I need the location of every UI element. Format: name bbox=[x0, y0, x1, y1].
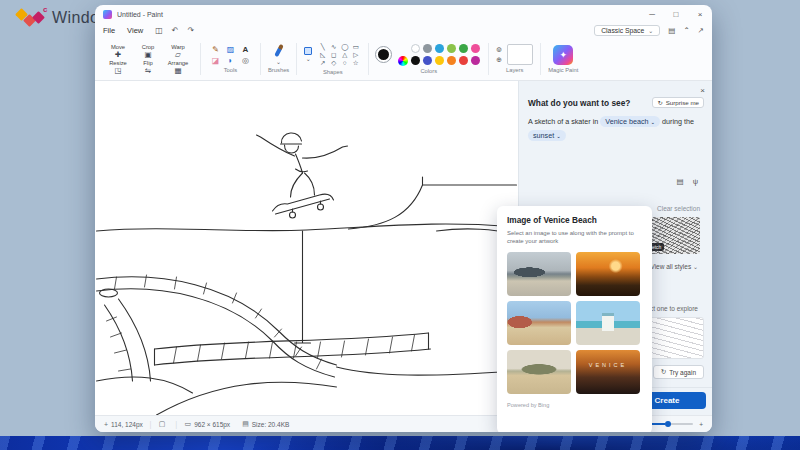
color-swatch-indigo[interactable] bbox=[423, 56, 432, 65]
drawing-canvas[interactable] bbox=[95, 81, 518, 415]
menu-view[interactable]: View bbox=[127, 26, 143, 35]
time-dropdown-chip[interactable]: sunset ⌄ bbox=[528, 130, 566, 141]
brush-icon bbox=[274, 44, 284, 57]
color-swatch-green[interactable] bbox=[459, 44, 468, 53]
shape-gallery: ╲ ∿ ◯ ▭ ◺ ◻ △ ▷ ↗ ◇ ○ ☆ bbox=[317, 43, 361, 67]
skater-sketch bbox=[95, 81, 518, 415]
shape-diamond-icon[interactable]: ◇ bbox=[328, 59, 339, 67]
paint-app-icon bbox=[103, 10, 112, 19]
zoom-slider-thumb[interactable] bbox=[665, 421, 671, 427]
menu-bar: File View ◫ ↶ ↷ Classic Space ⌄ ▤ ⌃ ↗ bbox=[95, 23, 712, 37]
arrange-tool[interactable]: Arrange ▦ bbox=[163, 60, 193, 74]
zoom-in-button[interactable]: + bbox=[699, 421, 703, 428]
toolbar-separator bbox=[296, 43, 297, 75]
close-panel-icon[interactable]: × bbox=[700, 86, 705, 95]
color-swatch-magenta[interactable] bbox=[471, 56, 480, 65]
shape-rounded-rect-icon[interactable]: ◻ bbox=[328, 51, 339, 59]
flip-tool[interactable]: Flip ⇋ bbox=[133, 60, 163, 74]
share-icon[interactable]: ↗ bbox=[698, 26, 704, 35]
desktop-background: c Windows Central Untitled - Paint ─ □ ×… bbox=[0, 0, 800, 450]
sparkle-icon: ✦ bbox=[560, 50, 568, 60]
minimize-button[interactable]: ─ bbox=[640, 5, 664, 23]
shape-fill-style-button[interactable]: ⌄ bbox=[304, 47, 312, 62]
shape-line-icon[interactable]: ╲ bbox=[317, 43, 328, 51]
shape-triangle-right-icon[interactable]: ◺ bbox=[317, 51, 328, 59]
photo-lifeguard-tower[interactable] bbox=[576, 301, 640, 345]
theme-dropdown[interactable]: Classic Space ⌄ bbox=[594, 25, 660, 36]
place-dropdown-chip[interactable]: Venice beach ⌄ bbox=[600, 116, 660, 127]
color-wheel-icon[interactable] bbox=[398, 56, 408, 66]
save-icon[interactable]: ◫ bbox=[155, 26, 163, 35]
generated-result-thumbnail[interactable] bbox=[649, 317, 704, 359]
chevron-down-icon: ⌄ bbox=[556, 133, 561, 139]
color-swatch-white[interactable] bbox=[411, 44, 420, 53]
color-swatch-red[interactable] bbox=[459, 56, 468, 65]
try-again-button[interactable]: ↻ Try again bbox=[653, 365, 704, 379]
shapes-group-label: Shapes bbox=[323, 69, 343, 75]
shape-arrow-right-icon[interactable]: ▷ bbox=[350, 51, 361, 59]
warp-tool[interactable]: Warp ▱ bbox=[163, 44, 193, 58]
layers-panel-button[interactable] bbox=[507, 44, 533, 65]
venice-sign-text: VENICE bbox=[576, 362, 640, 368]
disk-icon: ▤ bbox=[242, 420, 249, 428]
photo-venice-sign-dusk[interactable]: VENICE bbox=[576, 350, 640, 394]
brushes-group[interactable]: ⌄ Brushes bbox=[268, 44, 289, 73]
bottom-wallpaper-band bbox=[0, 436, 800, 450]
color-swatch-gray[interactable] bbox=[423, 44, 432, 53]
color-swatch-black[interactable] bbox=[411, 56, 420, 65]
photo-palm-trees-beach[interactable] bbox=[507, 350, 571, 394]
panel-title: What do you want to see? bbox=[528, 98, 630, 108]
color-palette bbox=[397, 44, 481, 66]
shape-triangle-icon[interactable]: △ bbox=[339, 51, 350, 59]
tools-group: ✎ ▨ A ◪ ◗ ◎ Tools bbox=[208, 45, 253, 73]
shape-ellipse-icon[interactable]: ◯ bbox=[339, 43, 350, 51]
crop-tool[interactable]: Crop ▣ bbox=[133, 44, 163, 58]
redo-icon[interactable]: ↷ bbox=[187, 26, 194, 35]
toolbar-separator bbox=[200, 43, 201, 75]
magic-paint-group: ✦ Magic Paint bbox=[548, 45, 578, 73]
text-tool-icon[interactable]: A bbox=[243, 45, 249, 54]
photo-beachfront-buildings[interactable] bbox=[507, 301, 571, 345]
view-all-styles-link[interactable]: View all styles ⌄ bbox=[650, 263, 698, 270]
magic-paint-button[interactable]: ✦ bbox=[553, 45, 573, 65]
eraser-icon[interactable]: ◪ bbox=[212, 56, 220, 65]
magnifier-icon[interactable]: ◎ bbox=[242, 56, 249, 65]
maximize-button[interactable]: □ bbox=[664, 5, 688, 23]
clear-selection-link[interactable]: Clear selection bbox=[657, 205, 700, 212]
layer-mode-icon[interactable]: ⊚ bbox=[496, 46, 502, 54]
theme-dropdown-value: Classic Space bbox=[601, 27, 644, 34]
menu-file[interactable]: File bbox=[103, 26, 115, 35]
shape-curve-icon[interactable]: ∿ bbox=[328, 43, 339, 51]
colors-group-label: Colors bbox=[420, 68, 437, 74]
toolbar-separator bbox=[260, 43, 261, 75]
collapse-ribbon-icon[interactable]: ⌃ bbox=[683, 26, 689, 35]
add-layer-icon[interactable]: ⊕ bbox=[496, 56, 502, 64]
selected-color-swatch[interactable] bbox=[376, 47, 391, 62]
arrange-icon: ▦ bbox=[174, 67, 181, 74]
shape-arrow-diagonal-icon[interactable]: ↗ bbox=[317, 59, 328, 67]
color-swatch-blue[interactable] bbox=[435, 44, 444, 53]
move-tool[interactable]: Move ✚ bbox=[103, 44, 133, 58]
photo-boardwalk-gray-sky[interactable] bbox=[507, 252, 571, 296]
color-swatch-yellow[interactable] bbox=[435, 56, 444, 65]
add-image-icon[interactable]: ▤ bbox=[677, 177, 684, 186]
refresh-icon: ↻ bbox=[657, 99, 662, 106]
fill-bucket-icon[interactable]: ▨ bbox=[227, 45, 235, 54]
panel-toggle-icon[interactable]: ▤ bbox=[668, 26, 675, 35]
magic-paint-label: Magic Paint bbox=[548, 67, 578, 73]
eyedropper-icon[interactable]: ◗ bbox=[228, 56, 233, 65]
shape-circle-icon[interactable]: ○ bbox=[339, 59, 350, 67]
photo-skatepark-sunset[interactable] bbox=[576, 252, 640, 296]
pencil-icon[interactable]: ✎ bbox=[212, 45, 219, 54]
close-button[interactable]: × bbox=[688, 5, 712, 23]
shape-star-icon[interactable]: ☆ bbox=[350, 59, 361, 67]
surprise-me-button[interactable]: ↻ Surprise me bbox=[652, 97, 704, 108]
refresh-icon: ↻ bbox=[661, 368, 666, 376]
color-swatch-orange[interactable] bbox=[447, 56, 456, 65]
color-swatch-light-green[interactable] bbox=[447, 44, 456, 53]
color-swatch-pink[interactable] bbox=[471, 44, 480, 53]
undo-icon[interactable]: ↶ bbox=[172, 26, 179, 35]
resize-tool[interactable]: Resize ◳ bbox=[103, 60, 133, 74]
microphone-icon[interactable]: ψ bbox=[693, 177, 698, 186]
shape-rectangle-icon[interactable]: ▭ bbox=[350, 43, 361, 51]
